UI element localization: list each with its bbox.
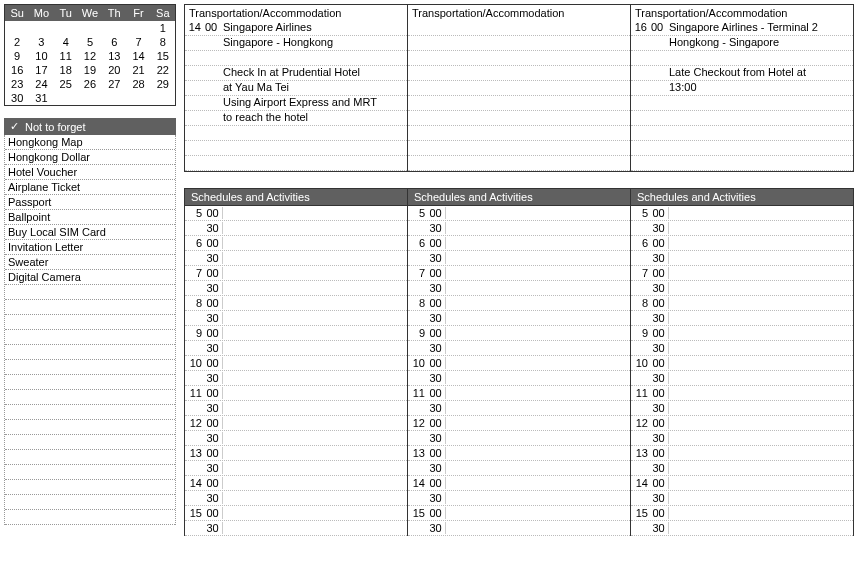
schedule-line[interactable]: 1500	[408, 506, 630, 521]
transport-line[interactable]	[185, 126, 407, 141]
transport-line[interactable]: to reach the hotel	[185, 111, 407, 126]
schedule-line[interactable]: 30	[408, 281, 630, 296]
calendar-cell[interactable]: 22	[151, 63, 175, 77]
ntf-item[interactable]	[5, 465, 175, 480]
calendar-cell[interactable]: 4	[54, 35, 78, 49]
ntf-item[interactable]	[5, 360, 175, 375]
schedule-line[interactable]: 30	[185, 341, 407, 356]
schedule-line[interactable]: 900	[631, 326, 853, 341]
ntf-item[interactable]	[5, 450, 175, 465]
schedule-line[interactable]: 800	[408, 296, 630, 311]
schedule-line[interactable]: 1300	[185, 446, 407, 461]
ntf-item[interactable]: Hotel Voucher	[5, 165, 175, 180]
ntf-item[interactable]	[5, 375, 175, 390]
schedule-line[interactable]: 1200	[185, 416, 407, 431]
calendar-cell[interactable]: 31	[29, 91, 53, 105]
transport-line[interactable]	[408, 96, 630, 111]
calendar-cell[interactable]: 26	[78, 77, 102, 91]
calendar-cell[interactable]: 15	[151, 49, 175, 63]
schedule-line[interactable]: 30	[631, 371, 853, 386]
schedule-line[interactable]: 600	[631, 236, 853, 251]
calendar-cell[interactable]: 23	[5, 77, 29, 91]
transport-line[interactable]	[408, 66, 630, 81]
transport-line[interactable]	[408, 111, 630, 126]
schedule-line[interactable]: 30	[631, 311, 853, 326]
transport-line[interactable]: Late Checkout from Hotel at	[631, 66, 853, 81]
ntf-item[interactable]: Airplane Ticket	[5, 180, 175, 195]
schedule-line[interactable]: 500	[408, 206, 630, 221]
transport-line[interactable]: at Yau Ma Tei	[185, 81, 407, 96]
schedule-line[interactable]: 1300	[631, 446, 853, 461]
schedule-line[interactable]: 1000	[185, 356, 407, 371]
calendar-cell[interactable]: 3	[29, 35, 53, 49]
schedule-line[interactable]: 30	[408, 491, 630, 506]
schedule-line[interactable]: 30	[185, 491, 407, 506]
calendar-cell[interactable]: 12	[78, 49, 102, 63]
schedule-line[interactable]: 700	[408, 266, 630, 281]
schedule-line[interactable]: 30	[631, 401, 853, 416]
transport-line[interactable]	[408, 51, 630, 66]
transport-line[interactable]	[631, 111, 853, 126]
calendar-cell[interactable]	[126, 91, 150, 105]
calendar-cell[interactable]: 28	[126, 77, 150, 91]
calendar-cell[interactable]: 21	[126, 63, 150, 77]
schedule-line[interactable]: 30	[185, 311, 407, 326]
calendar-cell[interactable]: 19	[78, 63, 102, 77]
schedule-line[interactable]: 30	[185, 431, 407, 446]
transport-line[interactable]: 1600Singapore Airlines - Terminal 2	[631, 21, 853, 36]
schedule-line[interactable]: 800	[631, 296, 853, 311]
schedule-line[interactable]: 30	[408, 341, 630, 356]
calendar-cell[interactable]: 1	[151, 21, 175, 35]
transport-line[interactable]: Check In at Prudential Hotel	[185, 66, 407, 81]
calendar-cell[interactable]	[54, 91, 78, 105]
transport-line[interactable]	[408, 126, 630, 141]
calendar-cell[interactable]: 7	[126, 35, 150, 49]
schedule-line[interactable]: 30	[631, 251, 853, 266]
transport-line[interactable]: Hongkong - Singapore	[631, 36, 853, 51]
calendar-cell[interactable]: 13	[102, 49, 126, 63]
schedule-line[interactable]: 500	[185, 206, 407, 221]
schedule-line[interactable]: 600	[185, 236, 407, 251]
ntf-item[interactable]: Ballpoint	[5, 210, 175, 225]
schedule-line[interactable]: 30	[408, 461, 630, 476]
schedule-line[interactable]: 1400	[185, 476, 407, 491]
schedule-line[interactable]: 30	[631, 521, 853, 536]
schedule-line[interactable]: 900	[408, 326, 630, 341]
calendar-cell[interactable]: 30	[5, 91, 29, 105]
schedule-line[interactable]: 30	[631, 461, 853, 476]
schedule-line[interactable]: 30	[185, 461, 407, 476]
calendar-cell[interactable]	[5, 21, 29, 35]
schedule-line[interactable]: 700	[185, 266, 407, 281]
schedule-line[interactable]: 30	[631, 221, 853, 236]
transport-line[interactable]	[408, 21, 630, 36]
calendar-cell[interactable]	[102, 91, 126, 105]
schedule-line[interactable]: 30	[408, 311, 630, 326]
calendar-cell[interactable]: 11	[54, 49, 78, 63]
schedule-line[interactable]: 30	[185, 521, 407, 536]
ntf-item[interactable]	[5, 405, 175, 420]
schedule-line[interactable]: 1100	[185, 386, 407, 401]
transport-line[interactable]	[185, 156, 407, 171]
calendar-cell[interactable]: 6	[102, 35, 126, 49]
transport-line[interactable]	[185, 51, 407, 66]
schedule-line[interactable]: 1100	[631, 386, 853, 401]
ntf-item[interactable]: Buy Local SIM Card	[5, 225, 175, 240]
ntf-item[interactable]	[5, 510, 175, 525]
transport-line[interactable]	[631, 156, 853, 171]
transport-line[interactable]: Singapore - Hongkong	[185, 36, 407, 51]
schedule-line[interactable]: 900	[185, 326, 407, 341]
transport-line[interactable]	[631, 126, 853, 141]
calendar-cell[interactable]: 25	[54, 77, 78, 91]
schedule-line[interactable]: 30	[185, 401, 407, 416]
calendar-cell[interactable]: 14	[126, 49, 150, 63]
transport-line[interactable]	[631, 141, 853, 156]
transport-line[interactable]	[408, 141, 630, 156]
ntf-item[interactable]: Hongkong Dollar	[5, 150, 175, 165]
transport-line[interactable]	[185, 141, 407, 156]
schedule-line[interactable]: 30	[185, 371, 407, 386]
schedule-line[interactable]: 30	[408, 401, 630, 416]
calendar-cell[interactable]: 18	[54, 63, 78, 77]
schedule-line[interactable]: 30	[408, 251, 630, 266]
schedule-line[interactable]: 700	[631, 266, 853, 281]
calendar-cell[interactable]: 8	[151, 35, 175, 49]
